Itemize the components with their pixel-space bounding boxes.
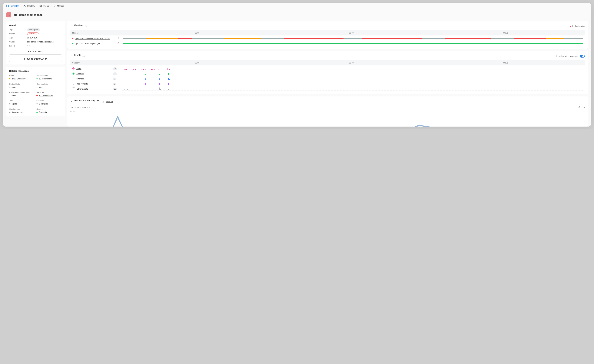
monitors-table-header: Message 06:08 06:30 06:52 bbox=[70, 30, 585, 35]
type-label: Type bbox=[9, 29, 27, 31]
deploy-icon bbox=[72, 82, 75, 85]
svg-rect-2 bbox=[7, 6, 7, 7]
include-related-label: Include related resources bbox=[556, 55, 578, 57]
event-sparkline bbox=[121, 82, 583, 85]
time-tick: 06:08 bbox=[195, 32, 199, 34]
activity-icon bbox=[72, 72, 75, 75]
help-icon[interactable]: ? bbox=[82, 55, 85, 57]
age-value: 9d 18h 21m bbox=[27, 37, 37, 39]
tab-bar: Highlights Topology Events Metrics bbox=[3, 3, 591, 9]
monitors-collapse[interactable] bbox=[70, 25, 72, 28]
expand-icon[interactable] bbox=[582, 106, 585, 109]
health-badge: CRITICAL bbox=[27, 32, 39, 35]
event-count: 34 bbox=[113, 67, 117, 70]
event-row: Activities 29 bbox=[70, 71, 585, 76]
related-item: Pods 2 / 21 unhealthy bbox=[9, 75, 35, 80]
event-category-link[interactable]: Other events bbox=[77, 88, 88, 90]
status-dot bbox=[72, 38, 74, 39]
related-item: Secrets 3 secrets bbox=[36, 108, 62, 113]
related-value[interactable]: 2 cronjobs bbox=[39, 103, 48, 105]
related-item: Cronjobs 2 cronjobs bbox=[36, 100, 62, 105]
show-status-button[interactable]: SHOW STATUS bbox=[9, 49, 62, 55]
related-value[interactable]: 3 configmaps bbox=[12, 111, 23, 113]
topology-icon bbox=[23, 5, 26, 7]
event-category-link[interactable]: Activities bbox=[76, 73, 84, 75]
about-heading: About bbox=[9, 24, 62, 26]
include-related-toggle[interactable] bbox=[580, 55, 585, 58]
tab-metrics[interactable]: Metrics bbox=[54, 3, 64, 9]
health-label: Health bbox=[9, 33, 27, 35]
related-item: Services 3 / 16 unhealthy bbox=[36, 91, 62, 97]
svg-rect-0 bbox=[7, 5, 7, 6]
status-dot bbox=[9, 112, 10, 113]
event-sparkline bbox=[121, 67, 583, 70]
related-value[interactable]: 6 jobs bbox=[12, 103, 17, 105]
show-configuration-button[interactable]: SHOW CONFIGURATION bbox=[9, 56, 62, 62]
event-sparkline bbox=[121, 77, 583, 80]
svg-rect-1 bbox=[8, 5, 8, 6]
pin-icon[interactable] bbox=[117, 42, 121, 45]
alert-icon bbox=[72, 67, 75, 70]
tab-events[interactable]: Events bbox=[39, 3, 49, 9]
events-heading: Events bbox=[74, 54, 81, 56]
event-category-link[interactable]: Changes bbox=[76, 78, 84, 80]
monitors-card: Monitors ? 1 / 5 unhealthy Message 06:08… bbox=[67, 21, 588, 49]
related-label: Services bbox=[36, 91, 62, 93]
monitor-link[interactable]: Cpu limits resourcequota (od) bbox=[75, 42, 101, 45]
related-label: PersistentVolumeClaims bbox=[9, 91, 35, 93]
page-title: otel-demo (namespace) bbox=[14, 13, 43, 17]
tab-events-label: Events bbox=[43, 5, 49, 7]
event-category-link[interactable]: Alerts bbox=[76, 67, 81, 70]
pin-icon[interactable] bbox=[117, 37, 121, 40]
time-tick: 06:52 bbox=[503, 32, 508, 34]
time-tick: 06:30 bbox=[349, 32, 353, 34]
help-icon[interactable]: ? bbox=[85, 25, 87, 27]
other-icon: ••• bbox=[72, 87, 75, 90]
view-all-link[interactable]: View all bbox=[106, 100, 113, 103]
related-value[interactable]: 18 deployments bbox=[39, 78, 53, 80]
event-count: 29 bbox=[113, 72, 117, 75]
about-card: About Typenamespace HealthCRITICAL Age9d… bbox=[6, 21, 65, 65]
related-label: Jobs bbox=[9, 100, 35, 102]
events-collapse[interactable] bbox=[70, 55, 72, 58]
chart-subtitle: Top 5 CPU consumers bbox=[70, 106, 90, 108]
related-value[interactable]: 2 / 21 unhealthy bbox=[12, 78, 26, 80]
related-item: StatefulSets none bbox=[9, 83, 35, 88]
top5-collapse[interactable] bbox=[70, 100, 72, 103]
related-value[interactable]: 3 / 16 unhealthy bbox=[39, 94, 53, 97]
status-dot bbox=[36, 95, 38, 96]
event-category-link[interactable]: Deployments bbox=[76, 83, 88, 85]
event-row: Alerts 34 bbox=[70, 66, 585, 71]
tab-highlights-label: Highlights bbox=[10, 5, 19, 7]
other-icon: ••• bbox=[72, 87, 75, 90]
status-dot bbox=[36, 112, 38, 113]
related-value[interactable]: 3 secrets bbox=[39, 111, 47, 113]
monitor-row: Aggregated health state of a Namespace bbox=[70, 36, 585, 41]
tab-metrics-label: Metrics bbox=[57, 5, 64, 7]
monitor-timeline bbox=[123, 38, 583, 39]
related-label: Deployments bbox=[36, 75, 62, 77]
events-icon bbox=[39, 5, 42, 7]
age-label: Age bbox=[9, 37, 27, 39]
monitor-link[interactable]: Aggregated health state of a Namespace bbox=[75, 37, 110, 40]
related-label: StatefulSets bbox=[9, 83, 35, 85]
related-label: Configmaps bbox=[9, 108, 35, 110]
tab-topology[interactable]: Topology bbox=[23, 3, 35, 9]
related-item: DaemonSets none bbox=[36, 83, 62, 88]
help-icon[interactable]: ? bbox=[102, 101, 104, 103]
pin-icon[interactable] bbox=[578, 106, 580, 109]
tab-highlights[interactable]: Highlights bbox=[6, 3, 19, 9]
monitor-timeline bbox=[123, 43, 583, 44]
related-item: PersistentVolumeClaims none bbox=[9, 91, 35, 97]
tab-topology-label: Topology bbox=[27, 5, 35, 7]
svg-point-6 bbox=[25, 6, 25, 7]
cluster-link[interactable]: gke-demo-dev.gcp.stackstate.io bbox=[27, 41, 54, 43]
svg-point-5 bbox=[23, 6, 24, 7]
monitors-heading: Monitors bbox=[74, 24, 83, 26]
status-dot bbox=[9, 95, 10, 96]
col-message: Message bbox=[72, 32, 120, 34]
related-label: DaemonSets bbox=[36, 83, 62, 85]
related-item: Jobs 6 jobs bbox=[9, 100, 35, 105]
labels-expand[interactable]: ❯6 bbox=[27, 45, 30, 47]
related-resources-card: Related resources Pods 2 / 21 unhealthy … bbox=[6, 67, 65, 116]
